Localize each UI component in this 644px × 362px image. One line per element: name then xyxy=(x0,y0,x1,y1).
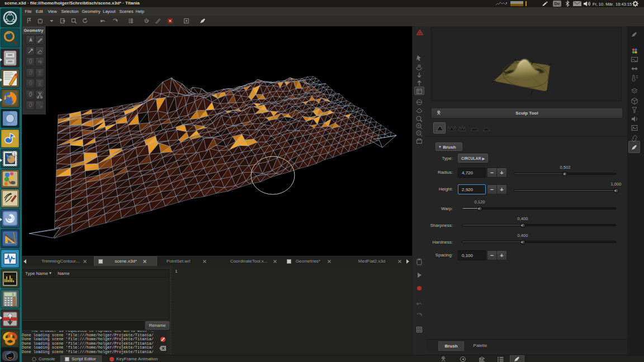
svg-text:1: 1 xyxy=(13,152,16,156)
svg-text:0.: 0. xyxy=(12,293,15,296)
